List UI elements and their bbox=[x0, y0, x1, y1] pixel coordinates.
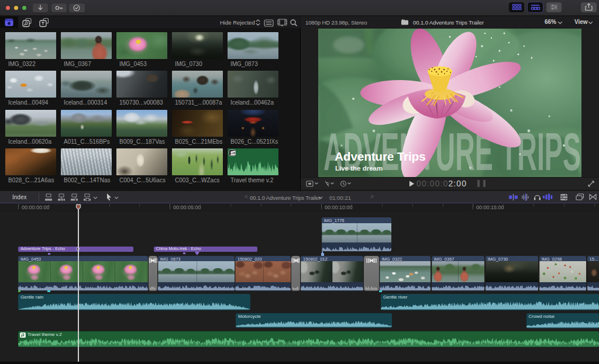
svg-text:Adventure Trips: Adventure Trips bbox=[335, 150, 425, 163]
svg-text:Live the dream: Live the dream bbox=[335, 165, 383, 172]
